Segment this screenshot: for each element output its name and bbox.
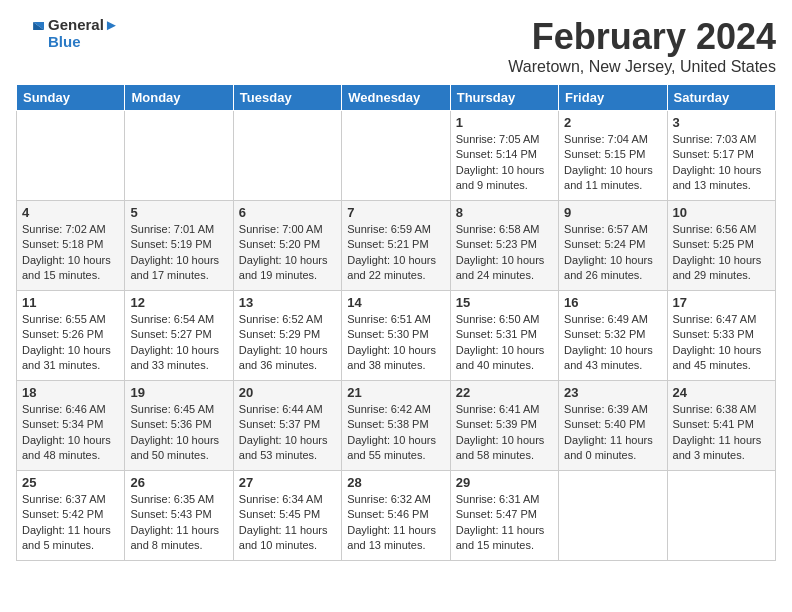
table-row: 14Sunrise: 6:51 AMSunset: 5:30 PMDayligh… [342,291,450,381]
table-row [667,471,775,561]
table-row: 18Sunrise: 6:46 AMSunset: 5:34 PMDayligh… [17,381,125,471]
day-number: 3 [673,115,770,130]
day-info: Sunrise: 6:57 AMSunset: 5:24 PMDaylight:… [564,222,661,284]
day-info: Sunrise: 6:54 AMSunset: 5:27 PMDaylight:… [130,312,227,374]
table-row [125,111,233,201]
table-row: 25Sunrise: 6:37 AMSunset: 5:42 PMDayligh… [17,471,125,561]
table-row [342,111,450,201]
table-row: 4Sunrise: 7:02 AMSunset: 5:18 PMDaylight… [17,201,125,291]
table-row [233,111,341,201]
table-row: 16Sunrise: 6:49 AMSunset: 5:32 PMDayligh… [559,291,667,381]
table-row: 2Sunrise: 7:04 AMSunset: 5:15 PMDaylight… [559,111,667,201]
table-row: 8Sunrise: 6:58 AMSunset: 5:23 PMDaylight… [450,201,558,291]
day-info: Sunrise: 6:34 AMSunset: 5:45 PMDaylight:… [239,492,336,554]
calendar-week-row: 11Sunrise: 6:55 AMSunset: 5:26 PMDayligh… [17,291,776,381]
day-info: Sunrise: 7:01 AMSunset: 5:19 PMDaylight:… [130,222,227,284]
day-number: 7 [347,205,444,220]
day-info: Sunrise: 6:46 AMSunset: 5:34 PMDaylight:… [22,402,119,464]
table-row: 11Sunrise: 6:55 AMSunset: 5:26 PMDayligh… [17,291,125,381]
table-row: 3Sunrise: 7:03 AMSunset: 5:17 PMDaylight… [667,111,775,201]
day-info: Sunrise: 6:35 AMSunset: 5:43 PMDaylight:… [130,492,227,554]
calendar-table: Sunday Monday Tuesday Wednesday Thursday… [16,84,776,561]
calendar-week-row: 18Sunrise: 6:46 AMSunset: 5:34 PMDayligh… [17,381,776,471]
header-friday: Friday [559,85,667,111]
day-info: Sunrise: 6:44 AMSunset: 5:37 PMDaylight:… [239,402,336,464]
day-number: 24 [673,385,770,400]
table-row: 1Sunrise: 7:05 AMSunset: 5:14 PMDaylight… [450,111,558,201]
table-row [559,471,667,561]
day-number: 12 [130,295,227,310]
page-header: General► Blue February 2024 Waretown, Ne… [16,16,776,76]
table-row: 9Sunrise: 6:57 AMSunset: 5:24 PMDaylight… [559,201,667,291]
table-row: 5Sunrise: 7:01 AMSunset: 5:19 PMDaylight… [125,201,233,291]
table-row: 27Sunrise: 6:34 AMSunset: 5:45 PMDayligh… [233,471,341,561]
day-number: 19 [130,385,227,400]
day-info: Sunrise: 6:38 AMSunset: 5:41 PMDaylight:… [673,402,770,464]
table-row: 29Sunrise: 6:31 AMSunset: 5:47 PMDayligh… [450,471,558,561]
day-info: Sunrise: 6:39 AMSunset: 5:40 PMDaylight:… [564,402,661,464]
day-number: 5 [130,205,227,220]
day-number: 28 [347,475,444,490]
day-number: 16 [564,295,661,310]
table-row: 15Sunrise: 6:50 AMSunset: 5:31 PMDayligh… [450,291,558,381]
table-row: 20Sunrise: 6:44 AMSunset: 5:37 PMDayligh… [233,381,341,471]
day-number: 6 [239,205,336,220]
day-number: 9 [564,205,661,220]
day-info: Sunrise: 7:04 AMSunset: 5:15 PMDaylight:… [564,132,661,194]
table-row: 21Sunrise: 6:42 AMSunset: 5:38 PMDayligh… [342,381,450,471]
day-info: Sunrise: 6:32 AMSunset: 5:46 PMDaylight:… [347,492,444,554]
logo-text: General► Blue [48,16,119,50]
day-number: 15 [456,295,553,310]
day-info: Sunrise: 6:47 AMSunset: 5:33 PMDaylight:… [673,312,770,374]
calendar-week-row: 4Sunrise: 7:02 AMSunset: 5:18 PMDaylight… [17,201,776,291]
day-number: 17 [673,295,770,310]
day-info: Sunrise: 7:00 AMSunset: 5:20 PMDaylight:… [239,222,336,284]
day-info: Sunrise: 6:51 AMSunset: 5:30 PMDaylight:… [347,312,444,374]
table-row: 24Sunrise: 6:38 AMSunset: 5:41 PMDayligh… [667,381,775,471]
table-row: 28Sunrise: 6:32 AMSunset: 5:46 PMDayligh… [342,471,450,561]
header-thursday: Thursday [450,85,558,111]
day-number: 1 [456,115,553,130]
day-number: 11 [22,295,119,310]
table-row: 12Sunrise: 6:54 AMSunset: 5:27 PMDayligh… [125,291,233,381]
table-row: 26Sunrise: 6:35 AMSunset: 5:43 PMDayligh… [125,471,233,561]
day-info: Sunrise: 6:58 AMSunset: 5:23 PMDaylight:… [456,222,553,284]
day-number: 25 [22,475,119,490]
calendar-week-row: 25Sunrise: 6:37 AMSunset: 5:42 PMDayligh… [17,471,776,561]
day-info: Sunrise: 7:03 AMSunset: 5:17 PMDaylight:… [673,132,770,194]
day-info: Sunrise: 6:37 AMSunset: 5:42 PMDaylight:… [22,492,119,554]
day-number: 10 [673,205,770,220]
day-info: Sunrise: 7:05 AMSunset: 5:14 PMDaylight:… [456,132,553,194]
day-info: Sunrise: 6:49 AMSunset: 5:32 PMDaylight:… [564,312,661,374]
day-number: 22 [456,385,553,400]
day-number: 14 [347,295,444,310]
title-area: February 2024 Waretown, New Jersey, Unit… [508,16,776,76]
table-row: 17Sunrise: 6:47 AMSunset: 5:33 PMDayligh… [667,291,775,381]
day-info: Sunrise: 6:59 AMSunset: 5:21 PMDaylight:… [347,222,444,284]
page-subtitle: Waretown, New Jersey, United States [508,58,776,76]
logo-icon [16,19,44,47]
day-number: 27 [239,475,336,490]
day-info: Sunrise: 6:52 AMSunset: 5:29 PMDaylight:… [239,312,336,374]
day-info: Sunrise: 6:41 AMSunset: 5:39 PMDaylight:… [456,402,553,464]
header-sunday: Sunday [17,85,125,111]
day-number: 29 [456,475,553,490]
day-number: 13 [239,295,336,310]
day-number: 4 [22,205,119,220]
table-row: 13Sunrise: 6:52 AMSunset: 5:29 PMDayligh… [233,291,341,381]
calendar-header-row: Sunday Monday Tuesday Wednesday Thursday… [17,85,776,111]
header-monday: Monday [125,85,233,111]
table-row: 23Sunrise: 6:39 AMSunset: 5:40 PMDayligh… [559,381,667,471]
header-wednesday: Wednesday [342,85,450,111]
day-number: 23 [564,385,661,400]
header-saturday: Saturday [667,85,775,111]
day-number: 18 [22,385,119,400]
day-info: Sunrise: 6:55 AMSunset: 5:26 PMDaylight:… [22,312,119,374]
table-row: 10Sunrise: 6:56 AMSunset: 5:25 PMDayligh… [667,201,775,291]
day-info: Sunrise: 6:50 AMSunset: 5:31 PMDaylight:… [456,312,553,374]
day-info: Sunrise: 7:02 AMSunset: 5:18 PMDaylight:… [22,222,119,284]
day-info: Sunrise: 6:31 AMSunset: 5:47 PMDaylight:… [456,492,553,554]
table-row: 6Sunrise: 7:00 AMSunset: 5:20 PMDaylight… [233,201,341,291]
table-row: 7Sunrise: 6:59 AMSunset: 5:21 PMDaylight… [342,201,450,291]
calendar-week-row: 1Sunrise: 7:05 AMSunset: 5:14 PMDaylight… [17,111,776,201]
